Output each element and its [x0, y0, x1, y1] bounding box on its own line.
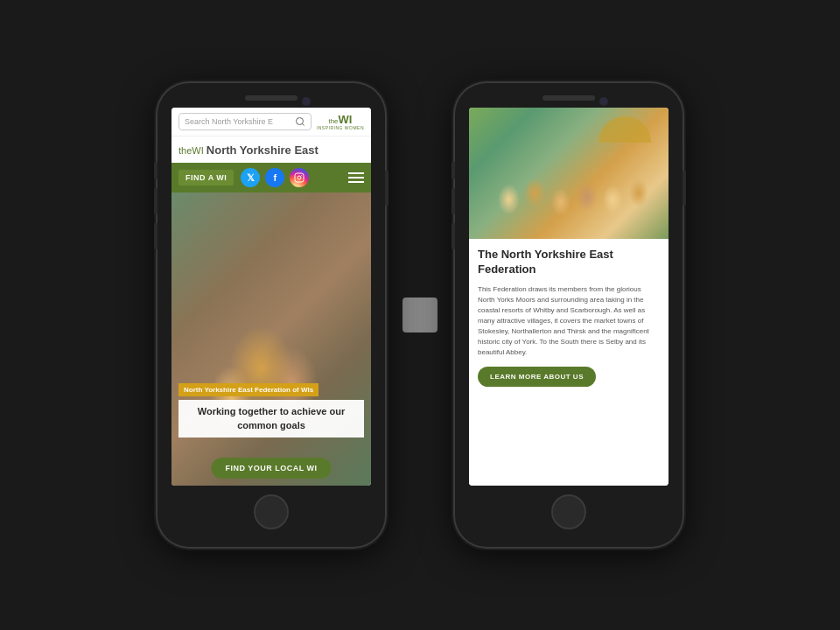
hero-badge: North Yorkshire East Federation of WIs W…	[178, 380, 364, 438]
wi-logo: theWI Inspiring Women	[317, 114, 364, 130]
search-text: Search North Yorkshire E	[185, 117, 295, 126]
find-local-wi-button[interactable]: FIND YOUR LOCAL WI	[211, 458, 331, 479]
search-bar[interactable]: Search North Yorkshire E	[178, 113, 312, 130]
group-photo-overlay	[469, 108, 668, 239]
svg-rect-2	[295, 173, 304, 182]
phone2-camera	[599, 97, 608, 106]
phone-home-button[interactable]	[254, 494, 289, 529]
learn-more-button[interactable]: LEARN MORE ABOUT US	[478, 367, 596, 387]
search-icon	[295, 116, 305, 127]
svg-point-3	[298, 176, 301, 179]
phone-speaker	[245, 95, 298, 101]
instagram-icon[interactable]	[290, 168, 309, 187]
svg-point-4	[302, 175, 303, 176]
social-icons: 𝕏 f	[241, 168, 309, 187]
find-wi-button[interactable]: FIND A WI	[178, 170, 234, 186]
screen1-nav: FIND A WI 𝕏 f	[172, 163, 371, 192]
phone-2: The North Yorkshire East Federation This…	[455, 83, 682, 547]
phone-camera	[302, 97, 311, 106]
hero-image	[172, 192, 371, 486]
screen1-header: Search North Yorkshire E theWI Inspiring…	[172, 108, 371, 136]
hero-caption: Working together to achieve our common g…	[178, 400, 364, 438]
svg-point-0	[296, 118, 303, 125]
screen1-site-title: theWI North Yorkshire East	[172, 136, 371, 163]
logo-prefix: the	[328, 117, 338, 125]
federation-description: This Federation draws its members from t…	[478, 284, 660, 358]
phone-2-screen: The North Yorkshire East Federation This…	[469, 108, 668, 486]
screen2-content: The North Yorkshire East Federation This…	[469, 108, 668, 486]
federation-tag: North Yorkshire East Federation of WIs	[178, 383, 318, 396]
phone-1-screen: Search North Yorkshire E theWI Inspiring…	[172, 108, 371, 486]
phones-container: Search North Yorkshire E theWI Inspiring…	[158, 83, 682, 547]
federation-title: The North Yorkshire East Federation	[478, 248, 660, 277]
facebook-icon[interactable]: f	[265, 168, 284, 187]
phone2-home-button[interactable]	[551, 494, 586, 529]
hero-section: North Yorkshire East Federation of WIs W…	[172, 192, 371, 486]
phone2-speaker	[542, 95, 595, 101]
logo-tagline: Inspiring Women	[317, 125, 364, 130]
twitter-icon[interactable]: 𝕏	[241, 168, 260, 187]
group-photo	[469, 108, 668, 239]
svg-line-1	[302, 123, 304, 125]
logo-wi: WI	[339, 113, 353, 126]
phone-1: Search North Yorkshire E theWI Inspiring…	[158, 83, 385, 547]
screen2-body: The North Yorkshire East Federation This…	[469, 239, 668, 486]
site-title-prefix: theWI	[178, 145, 206, 156]
hamburger-menu[interactable]	[348, 172, 364, 183]
site-title: North Yorkshire East	[206, 144, 318, 157]
connector-block	[402, 298, 438, 332]
